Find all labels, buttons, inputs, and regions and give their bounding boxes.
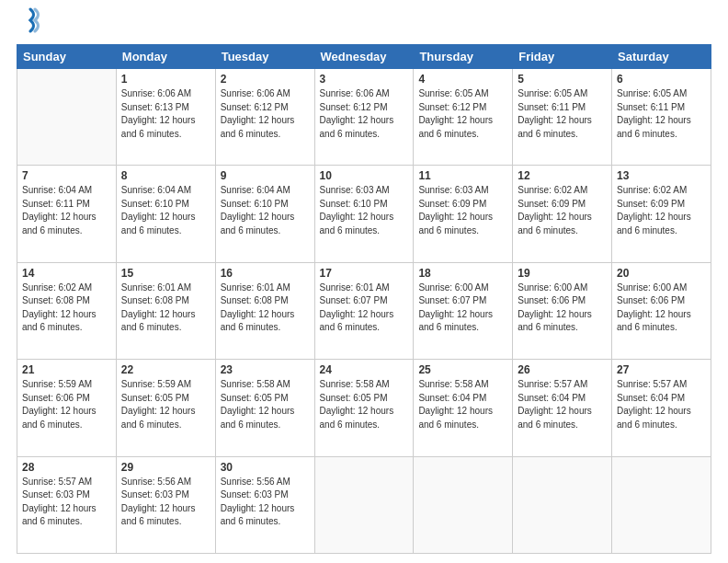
- day-number: 17: [320, 267, 409, 280]
- day-info: Sunrise: 5:58 AM Sunset: 6:05 PM Dayligh…: [320, 378, 409, 431]
- day-number: 22: [121, 363, 210, 376]
- calendar-cell: [414, 456, 513, 553]
- day-number: 4: [418, 73, 507, 86]
- day-info: Sunrise: 6:04 AM Sunset: 6:10 PM Dayligh…: [121, 184, 210, 237]
- day-info: Sunrise: 5:57 AM Sunset: 6:04 PM Dayligh…: [518, 378, 607, 431]
- calendar-cell: 18Sunrise: 6:00 AM Sunset: 6:07 PM Dayli…: [414, 262, 513, 359]
- day-number: 3: [320, 73, 409, 86]
- calendar-week-row: 14Sunrise: 6:02 AM Sunset: 6:08 PM Dayli…: [17, 262, 711, 359]
- calendar-cell: [314, 456, 414, 553]
- calendar-cell: 9Sunrise: 6:04 AM Sunset: 6:10 PM Daylig…: [215, 166, 314, 262]
- calendar-cell: 12Sunrise: 6:02 AM Sunset: 6:09 PM Dayli…: [513, 166, 612, 262]
- calendar-cell: 30Sunrise: 5:56 AM Sunset: 6:03 PM Dayli…: [215, 456, 314, 553]
- calendar-cell: 27Sunrise: 5:57 AM Sunset: 6:04 PM Dayli…: [612, 360, 711, 456]
- calendar-cell: 21Sunrise: 5:59 AM Sunset: 6:06 PM Dayli…: [17, 360, 117, 456]
- weekday-header-tuesday: Tuesday: [215, 45, 314, 69]
- day-info: Sunrise: 6:05 AM Sunset: 6:11 PM Dayligh…: [518, 87, 607, 141]
- weekday-header-saturday: Saturday: [612, 45, 711, 69]
- day-number: 1: [121, 73, 210, 86]
- calendar-cell: 5Sunrise: 6:05 AM Sunset: 6:11 PM Daylig…: [513, 69, 612, 166]
- day-number: 8: [121, 169, 210, 182]
- page: General Blue SundayMondayTuesdayWednesda…: [0, 0, 728, 563]
- day-number: 6: [617, 73, 706, 86]
- calendar-cell: 25Sunrise: 5:58 AM Sunset: 6:04 PM Dayli…: [414, 360, 513, 456]
- day-number: 19: [518, 267, 607, 280]
- day-info: Sunrise: 6:06 AM Sunset: 6:12 PM Dayligh…: [320, 87, 409, 141]
- calendar-cell: 22Sunrise: 5:59 AM Sunset: 6:05 PM Dayli…: [116, 360, 215, 456]
- day-info: Sunrise: 5:57 AM Sunset: 6:03 PM Dayligh…: [22, 476, 111, 529]
- calendar-cell: 20Sunrise: 6:00 AM Sunset: 6:06 PM Dayli…: [612, 262, 711, 359]
- weekday-header-wednesday: Wednesday: [314, 45, 414, 69]
- calendar-cell: 11Sunrise: 6:03 AM Sunset: 6:09 PM Dayli…: [414, 166, 513, 262]
- calendar-cell: [17, 69, 117, 166]
- calendar-cell: 8Sunrise: 6:04 AM Sunset: 6:10 PM Daylig…: [116, 166, 215, 262]
- day-info: Sunrise: 6:03 AM Sunset: 6:09 PM Dayligh…: [418, 184, 507, 237]
- day-info: Sunrise: 6:02 AM Sunset: 6:09 PM Dayligh…: [617, 184, 706, 237]
- day-info: Sunrise: 5:56 AM Sunset: 6:03 PM Dayligh…: [221, 476, 310, 529]
- day-info: Sunrise: 6:04 AM Sunset: 6:10 PM Dayligh…: [221, 184, 310, 237]
- day-info: Sunrise: 6:05 AM Sunset: 6:11 PM Dayligh…: [617, 87, 706, 141]
- calendar-cell: 26Sunrise: 5:57 AM Sunset: 6:04 PM Dayli…: [513, 360, 612, 456]
- logo: General Blue: [17, 17, 40, 35]
- day-info: Sunrise: 6:00 AM Sunset: 6:06 PM Dayligh…: [617, 282, 706, 335]
- calendar-cell: 15Sunrise: 6:01 AM Sunset: 6:08 PM Dayli…: [116, 262, 215, 359]
- day-number: 7: [22, 169, 111, 182]
- calendar-header-row: SundayMondayTuesdayWednesdayThursdayFrid…: [17, 45, 711, 69]
- calendar-cell: 1Sunrise: 6:06 AM Sunset: 6:13 PM Daylig…: [116, 69, 215, 166]
- calendar-cell: 6Sunrise: 6:05 AM Sunset: 6:11 PM Daylig…: [612, 69, 711, 166]
- day-info: Sunrise: 6:01 AM Sunset: 6:08 PM Dayligh…: [121, 282, 210, 335]
- day-number: 5: [518, 73, 607, 86]
- day-info: Sunrise: 6:00 AM Sunset: 6:07 PM Dayligh…: [418, 282, 507, 335]
- day-info: Sunrise: 5:58 AM Sunset: 6:05 PM Dayligh…: [221, 378, 310, 431]
- day-number: 29: [121, 461, 210, 474]
- day-info: Sunrise: 6:00 AM Sunset: 6:06 PM Dayligh…: [518, 282, 607, 335]
- day-number: 27: [617, 363, 706, 376]
- calendar-cell: 3Sunrise: 6:06 AM Sunset: 6:12 PM Daylig…: [314, 69, 414, 166]
- day-number: 25: [418, 363, 507, 376]
- calendar-cell: 13Sunrise: 6:02 AM Sunset: 6:09 PM Dayli…: [612, 166, 711, 262]
- day-number: 18: [418, 267, 507, 280]
- weekday-header-friday: Friday: [513, 45, 612, 69]
- day-number: 11: [418, 169, 507, 182]
- calendar-cell: 23Sunrise: 5:58 AM Sunset: 6:05 PM Dayli…: [215, 360, 314, 456]
- calendar-cell: 14Sunrise: 6:02 AM Sunset: 6:08 PM Dayli…: [17, 262, 117, 359]
- day-number: 23: [221, 363, 310, 376]
- calendar-cell: 29Sunrise: 5:56 AM Sunset: 6:03 PM Dayli…: [116, 456, 215, 553]
- day-number: 28: [22, 461, 111, 474]
- calendar-cell: 17Sunrise: 6:01 AM Sunset: 6:07 PM Dayli…: [314, 262, 414, 359]
- day-number: 14: [22, 267, 111, 280]
- calendar-week-row: 1Sunrise: 6:06 AM Sunset: 6:13 PM Daylig…: [17, 69, 711, 166]
- day-number: 16: [221, 267, 310, 280]
- day-number: 21: [22, 363, 111, 376]
- calendar-cell: 7Sunrise: 6:04 AM Sunset: 6:11 PM Daylig…: [17, 166, 117, 262]
- calendar-cell: 19Sunrise: 6:00 AM Sunset: 6:06 PM Dayli…: [513, 262, 612, 359]
- day-number: 9: [221, 169, 310, 182]
- calendar-cell: 4Sunrise: 6:05 AM Sunset: 6:12 PM Daylig…: [414, 69, 513, 166]
- day-info: Sunrise: 5:57 AM Sunset: 6:04 PM Dayligh…: [617, 378, 706, 431]
- day-info: Sunrise: 6:02 AM Sunset: 6:08 PM Dayligh…: [22, 282, 111, 335]
- calendar-week-row: 7Sunrise: 6:04 AM Sunset: 6:11 PM Daylig…: [17, 166, 711, 262]
- day-number: 10: [320, 169, 409, 182]
- day-info: Sunrise: 5:59 AM Sunset: 6:06 PM Dayligh…: [22, 378, 111, 431]
- calendar-cell: 24Sunrise: 5:58 AM Sunset: 6:05 PM Dayli…: [314, 360, 414, 456]
- calendar-cell: 10Sunrise: 6:03 AM Sunset: 6:10 PM Dayli…: [314, 166, 414, 262]
- day-number: 20: [617, 267, 706, 280]
- weekday-header-sunday: Sunday: [17, 45, 117, 69]
- logo-wave-icon: [20, 7, 40, 35]
- day-info: Sunrise: 6:01 AM Sunset: 6:07 PM Dayligh…: [320, 282, 409, 335]
- calendar-week-row: 28Sunrise: 5:57 AM Sunset: 6:03 PM Dayli…: [17, 456, 711, 553]
- day-number: 26: [518, 363, 607, 376]
- day-info: Sunrise: 6:05 AM Sunset: 6:12 PM Dayligh…: [418, 87, 507, 141]
- calendar-cell: [612, 456, 711, 553]
- day-number: 2: [221, 73, 310, 86]
- day-info: Sunrise: 5:56 AM Sunset: 6:03 PM Dayligh…: [121, 476, 210, 529]
- day-info: Sunrise: 5:58 AM Sunset: 6:04 PM Dayligh…: [418, 378, 507, 431]
- calendar-table: SundayMondayTuesdayWednesdayThursdayFrid…: [17, 44, 711, 554]
- day-number: 30: [221, 461, 310, 474]
- header: General Blue: [17, 17, 711, 35]
- day-number: 24: [320, 363, 409, 376]
- calendar-cell: 28Sunrise: 5:57 AM Sunset: 6:03 PM Dayli…: [17, 456, 117, 553]
- weekday-header-monday: Monday: [116, 45, 215, 69]
- calendar-week-row: 21Sunrise: 5:59 AM Sunset: 6:06 PM Dayli…: [17, 360, 711, 456]
- day-info: Sunrise: 6:06 AM Sunset: 6:12 PM Dayligh…: [221, 87, 310, 141]
